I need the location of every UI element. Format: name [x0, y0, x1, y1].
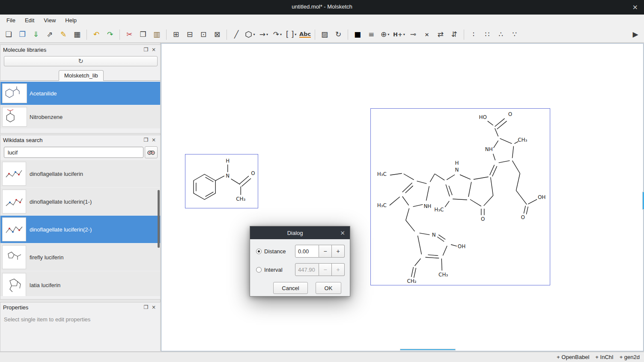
- dialog-close-button[interactable]: ×: [340, 229, 350, 236]
- dropdown-caret[interactable]: ▾: [388, 33, 389, 36]
- zoom-fit-button[interactable]: ⊠: [210, 28, 224, 41]
- color-picker-button[interactable]: ■: [351, 28, 364, 41]
- interval-radio[interactable]: [256, 267, 262, 273]
- lone-pair-tool-button[interactable]: ⊸: [406, 28, 420, 41]
- edit-document-button[interactable]: ✎: [57, 28, 70, 41]
- toolbar-overflow-icon: ▶: [632, 31, 638, 38]
- wikidata-float-button[interactable]: ❐: [142, 137, 150, 143]
- hydrogen-tool-button[interactable]: H+▾: [392, 28, 406, 41]
- svg-text:OH: OH: [538, 194, 546, 200]
- acetanilide-selection-rectangle[interactable]: H N O CH₃: [185, 154, 258, 208]
- flip-horizontal-button[interactable]: ⇄: [434, 28, 447, 41]
- wikidata-item-label: dinoflagellate luciferin(1-): [30, 199, 92, 205]
- library-item-acetanilide[interactable]: Acetanilide: [0, 82, 160, 105]
- tab-molsketch-lib[interactable]: Molsketch_lib: [59, 70, 104, 81]
- menu-edit[interactable]: Edit: [20, 15, 39, 27]
- drawing-canvas[interactable]: H N O CH₃: [161, 43, 644, 351]
- distance-radio[interactable]: [256, 249, 262, 254]
- libraries-float-button[interactable]: ❐: [142, 47, 150, 53]
- menu-file[interactable]: File: [2, 15, 20, 27]
- dialog-titlebar[interactable]: Dialog ×: [250, 226, 350, 239]
- wikidata-result-list: dinoflagellate luciferin dinoflagellate …: [0, 160, 160, 296]
- rotate-tool-button[interactable]: ↻: [331, 28, 345, 41]
- zoom-in-button[interactable]: ⊞: [169, 28, 183, 41]
- dropdown-caret[interactable]: ▾: [280, 33, 282, 36]
- line-width-button[interactable]: ≡: [364, 28, 378, 41]
- draw-bond-button[interactable]: ╱: [230, 28, 243, 41]
- cancel-button[interactable]: Cancel: [273, 282, 308, 294]
- distance-decrement-button[interactable]: −: [319, 245, 332, 258]
- wikidata-close-button[interactable]: ×: [150, 137, 158, 143]
- delete-tool-button[interactable]: ×: [420, 28, 434, 41]
- draw-bracket-button[interactable]: [ ]▾: [284, 28, 298, 41]
- svg-text:OH: OH: [458, 243, 465, 249]
- distance-input[interactable]: [295, 245, 319, 258]
- dropdown-caret[interactable]: ▾: [266, 33, 268, 36]
- panel-title: Wikidata search: [3, 137, 142, 143]
- refresh-icon: ↻: [78, 57, 83, 65]
- distribute-horizontal-button[interactable]: ∵: [508, 28, 522, 41]
- text-tool-button[interactable]: Abc: [298, 28, 312, 41]
- distribute-vertical-button[interactable]: ∴: [494, 28, 508, 41]
- svg-text:HO: HO: [479, 114, 487, 120]
- wikidata-item-latia-luciferin[interactable]: latia luciferin: [0, 271, 160, 296]
- wikidata-item-dinoflagellate-luciferin[interactable]: dinoflagellate luciferin: [0, 160, 160, 187]
- new-document-button[interactable]: ❏: [2, 28, 15, 41]
- dropdown-caret[interactable]: ▾: [403, 33, 405, 36]
- hatch-tool-button[interactable]: ▨: [318, 28, 331, 41]
- toolbar-overflow-button[interactable]: ▶: [629, 28, 642, 41]
- save-as-button[interactable]: ▦: [70, 28, 84, 41]
- canvas-horizontal-scrollbar[interactable]: [161, 349, 641, 350]
- library-item-nitrobenzene[interactable]: Nitrobenzene: [0, 105, 160, 128]
- svg-text:H₃C: H₃C: [434, 207, 444, 213]
- distance-increment-button[interactable]: +: [332, 245, 345, 258]
- zoom-original-button[interactable]: ⊡: [197, 28, 210, 41]
- main-area: Molecule libraries ❐ × ↻ Molsketch_lib A…: [0, 43, 644, 352]
- copy-button[interactable]: ❒: [136, 28, 150, 41]
- menu-view[interactable]: View: [39, 15, 60, 27]
- redo-button[interactable]: ↷: [103, 28, 117, 41]
- menubar: File Edit View Help: [0, 15, 644, 27]
- refresh-libraries-button[interactable]: ↻: [4, 56, 158, 66]
- libraries-close-button[interactable]: ×: [150, 47, 158, 53]
- export-file-button[interactable]: ⇗: [43, 28, 57, 41]
- ok-button[interactable]: OK: [316, 282, 341, 294]
- svg-text:NH: NH: [423, 203, 431, 209]
- cut-button[interactable]: ✂: [122, 28, 136, 41]
- draw-ring-button[interactable]: ▾: [243, 28, 257, 41]
- properties-close-button[interactable]: ×: [150, 304, 158, 310]
- charge-tool-button[interactable]: ⊕▾: [378, 28, 392, 41]
- zoom-out-button[interactable]: ⊟: [183, 28, 197, 41]
- paste-button[interactable]: ▥: [150, 28, 164, 41]
- wikidata-list-scrollbar[interactable]: [158, 190, 160, 248]
- window-close-button[interactable]: ×: [632, 3, 638, 11]
- draw-arrow-button[interactable]: →▾: [257, 28, 271, 41]
- draw-curved-arrow-button[interactable]: ↷▾: [271, 28, 284, 41]
- wikidata-item-dinoflagellate-luciferin-2[interactable]: dinoflagellate luciferin(2-): [0, 216, 160, 243]
- svg-text:CH₂: CH₂: [407, 278, 416, 284]
- wikidata-item-dinoflagellate-luciferin-1[interactable]: dinoflagellate luciferin(1-): [0, 188, 160, 215]
- flip-vertical-button[interactable]: ⇵: [447, 28, 461, 41]
- interval-label: Interval: [264, 267, 295, 273]
- dropdown-caret[interactable]: ▾: [253, 33, 255, 36]
- wikidata-search-button[interactable]: [145, 146, 158, 158]
- scrollbar-thumb[interactable]: [642, 192, 644, 210]
- properties-float-button[interactable]: ❐: [142, 304, 150, 310]
- save-file-button[interactable]: ⇓: [29, 28, 43, 41]
- open-file-button[interactable]: ❐: [15, 28, 29, 41]
- scrollbar-thumb[interactable]: [400, 349, 456, 350]
- undo-button[interactable]: ↶: [89, 28, 103, 41]
- hydrogen-tool-icon: H+: [393, 32, 402, 37]
- molecule-selection-rectangle[interactable]: HO O NH CH₃ H₃C H₃C NH H N H₃C O OH O N …: [370, 108, 550, 285]
- molecule-thumbnail: [2, 245, 26, 269]
- wikidata-item-firefly-luciferin[interactable]: firefly luciferin: [0, 243, 160, 271]
- canvas-vertical-scrollbar[interactable]: [641, 44, 643, 351]
- menu-help[interactable]: Help: [60, 15, 81, 27]
- align-vertical-button[interactable]: ∶: [467, 28, 480, 41]
- interval-decrement-button: −: [319, 263, 332, 276]
- align-horizontal-button[interactable]: ∷: [480, 28, 494, 41]
- dropdown-caret[interactable]: ▾: [295, 33, 296, 36]
- toolbar-separator: [119, 30, 120, 40]
- wikidata-search-input[interactable]: [4, 147, 143, 158]
- wikidata-item-label: dinoflagellate luciferin: [30, 171, 83, 177]
